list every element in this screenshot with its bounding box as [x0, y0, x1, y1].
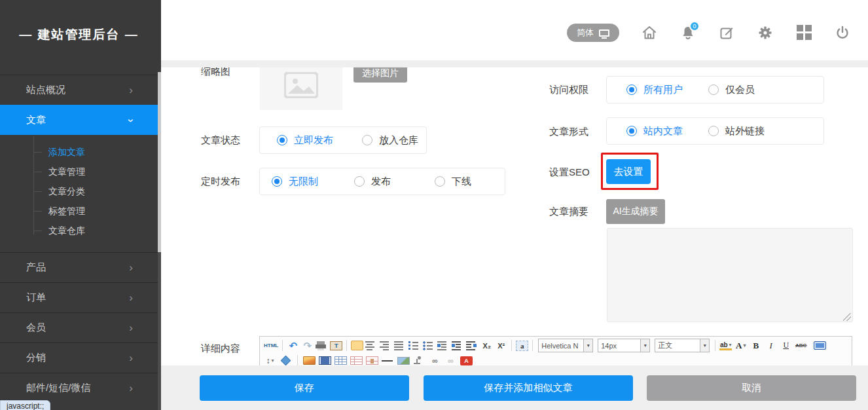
fullscreen-icon[interactable]	[814, 341, 826, 350]
red-highlight-box	[601, 153, 659, 190]
ai-generate-summary-button[interactable]: AI生成摘要	[606, 199, 665, 224]
sidebar-item-member[interactable]: 会员 ›	[0, 312, 158, 343]
radio-offline-time[interactable]: 下线	[435, 176, 471, 188]
print-icon[interactable]	[316, 341, 328, 350]
admin-page: 缩略图 选择图片 文章状态 立即发布 放入仓库 定时发布 无限制 发布	[0, 0, 868, 410]
save-button[interactable]: 保存	[200, 375, 409, 401]
sidebar-item-distribution[interactable]: 分销 ›	[0, 343, 158, 373]
app-title: — 建站管理后台 —	[0, 26, 158, 43]
sidebar-scrollbar-thumb[interactable]	[158, 72, 161, 252]
highlight-color-icon[interactable]: ab	[719, 341, 732, 350]
edit-icon[interactable]	[719, 25, 734, 41]
radio-unselected-icon[interactable]	[708, 126, 719, 136]
align-center-icon[interactable]	[365, 341, 378, 350]
sidebar-item-product[interactable]: 产品 ›	[0, 252, 158, 282]
sidebar-item-article[interactable]: 文章 ›	[0, 105, 158, 135]
sidebar-subitem-article-category[interactable]: 文章分类	[0, 182, 158, 202]
anchor-text-icon[interactable]: a	[516, 341, 528, 351]
chevron-right-icon: ›	[129, 84, 133, 97]
chevron-right-icon: ›	[129, 352, 133, 365]
monitor-icon	[599, 29, 609, 37]
sidebar-item-order[interactable]: 订单 ›	[0, 282, 158, 312]
outdent-icon[interactable]	[466, 341, 479, 350]
chevron-right-icon: ›	[129, 382, 133, 395]
chevron-down-icon: ▾	[640, 339, 649, 352]
superscript-icon[interactable]: X²	[495, 339, 507, 352]
align-left-icon[interactable]	[351, 341, 363, 350]
toolbar-separator	[346, 340, 347, 351]
radio-members-only[interactable]: 仅会员	[708, 84, 755, 96]
chevron-down-icon: ›	[124, 119, 137, 122]
radio-publish-now[interactable]: 立即发布	[277, 134, 333, 147]
strikethrough-icon[interactable]: ABC	[795, 339, 807, 352]
sidebar-subitem-tag-management[interactable]: 标签管理	[0, 202, 158, 221]
language-switch-button[interactable]: 简体	[567, 24, 619, 42]
sidebar-item-mail-sms-wechat[interactable]: 邮件/短信/微信 ›	[0, 373, 158, 403]
first-line-indent-icon[interactable]	[437, 341, 450, 350]
radio-external-link[interactable]: 站外链接	[708, 125, 765, 138]
radio-selected-icon[interactable]	[272, 176, 282, 187]
sidebar-subitem-article-warehouse[interactable]: 文章仓库	[0, 221, 158, 241]
summary-textarea[interactable]	[607, 228, 853, 322]
italic-icon[interactable]: I	[765, 339, 777, 352]
seo-label: 设置SEO	[549, 166, 590, 179]
apps-grid-icon[interactable]	[797, 25, 812, 40]
save-and-add-similar-button[interactable]: 保存并添加相似文章	[424, 375, 633, 401]
font-family-select[interactable]: Helvetica N ▾	[538, 339, 593, 352]
radio-all-users[interactable]: 所有用户	[626, 84, 683, 96]
radio-publish-time[interactable]: 发布	[354, 176, 391, 188]
bold-icon[interactable]: B	[750, 339, 762, 352]
radio-selected-icon[interactable]	[626, 84, 637, 95]
insert-image-icon[interactable]	[303, 356, 316, 365]
horizontal-rule-icon[interactable]	[382, 356, 394, 365]
font-color-icon[interactable]: A	[734, 339, 747, 352]
sidebar: — 建站管理后台 — 站点概况 › 文章 › 添加文章 文章管理 文章分类 标签…	[0, 0, 161, 410]
radio-no-limit[interactable]: 无限制	[272, 176, 318, 188]
sidebar-subitem-article-management[interactable]: 文章管理	[0, 162, 158, 182]
radio-selected-icon[interactable]	[626, 126, 637, 136]
article-form-label: 文章形式	[549, 126, 588, 138]
detail-content-label: 详细内容	[201, 343, 240, 355]
power-icon[interactable]	[835, 25, 850, 41]
ordered-list-icon[interactable]	[408, 341, 421, 350]
merge-cells-icon[interactable]	[366, 356, 378, 365]
cancel-button[interactable]: 取消	[647, 375, 856, 401]
anchor-icon[interactable]	[413, 356, 425, 365]
radio-unselected-icon[interactable]	[354, 176, 365, 187]
font-size-select[interactable]: 14px ▾	[598, 339, 650, 352]
radio-unselected-icon[interactable]	[362, 135, 372, 145]
radio-to-warehouse[interactable]: 放入仓库	[362, 134, 418, 147]
toolbar-separator	[297, 355, 298, 366]
article-status-label: 文章状态	[201, 134, 240, 147]
radio-unselected-icon[interactable]	[708, 84, 719, 95]
paste-text-icon[interactable]: T	[330, 341, 342, 350]
chevron-down-icon: ▾	[700, 339, 709, 352]
paragraph-format-select[interactable]: 正文 ▾	[655, 339, 710, 352]
sidebar-item-site-overview[interactable]: 站点概况 ›	[0, 75, 158, 105]
html-source-icon[interactable]: HTML	[264, 339, 278, 352]
sidebar-subitem-add-article[interactable]: 添加文章	[0, 143, 158, 162]
subscript-icon[interactable]: X₂	[480, 339, 493, 352]
align-justify-icon[interactable]	[394, 341, 407, 350]
radio-selected-icon[interactable]	[277, 135, 287, 145]
gear-icon[interactable]	[757, 25, 773, 41]
underline-icon[interactable]: U	[780, 339, 792, 352]
notification-badge: 0	[689, 21, 700, 31]
delete-table-icon[interactable]	[350, 356, 363, 365]
radio-unselected-icon[interactable]	[435, 176, 445, 187]
insert-pdf-icon[interactable]: A	[460, 356, 473, 365]
radio-internal-article[interactable]: 站内文章	[626, 125, 683, 138]
indent-icon[interactable]	[452, 341, 464, 350]
scheduled-publish-group: 无限制 发布 下线	[259, 168, 505, 195]
insert-table-icon[interactable]	[335, 356, 347, 365]
screenshot-icon[interactable]	[397, 357, 410, 365]
chevron-right-icon: ›	[129, 322, 133, 335]
textarea-resize-handle[interactable]	[843, 313, 851, 321]
align-right-icon[interactable]	[380, 341, 392, 350]
redo-icon[interactable]: ↷	[301, 339, 314, 352]
chevron-right-icon: ›	[129, 261, 133, 274]
home-icon[interactable]	[642, 25, 657, 41]
undo-icon[interactable]: ↶	[287, 339, 299, 352]
unordered-list-icon[interactable]	[423, 341, 435, 350]
insert-video-icon[interactable]	[319, 356, 331, 365]
